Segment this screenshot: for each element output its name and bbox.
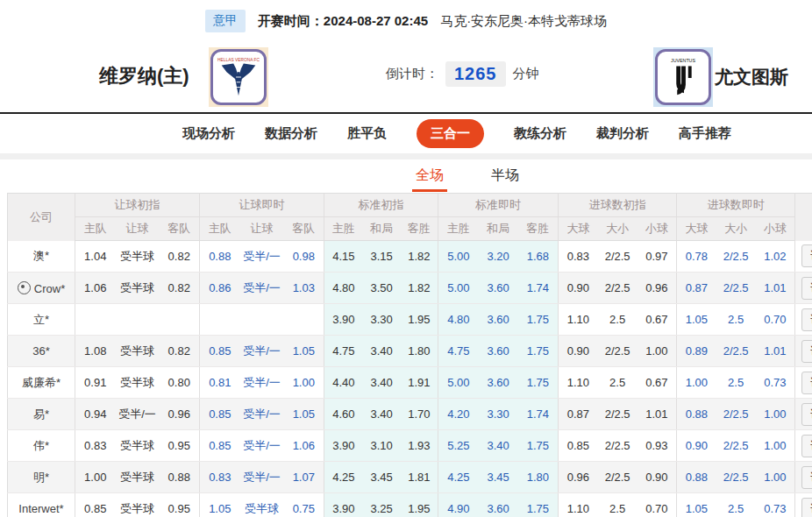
nav-tab-4[interactable]: 教练分析 <box>514 125 566 142</box>
company-name: Crow* <box>8 273 75 304</box>
odds-cell: 5.00 <box>438 273 479 304</box>
detail-button[interactable]: 详 <box>801 435 812 457</box>
verona-crest-text: HELLAS VERONA FC <box>217 58 260 62</box>
detail-cell: 详 <box>795 367 812 399</box>
group-header-0: 让球初指 <box>75 194 200 217</box>
odds-cell: 0.70 <box>756 304 795 336</box>
sub-header-5-1: 大小 <box>716 217 756 241</box>
divider-band <box>0 153 812 159</box>
sub-header-5-2: 小球 <box>756 217 795 241</box>
detail-button[interactable]: 详 <box>801 372 812 394</box>
odds-cell: 0.83 <box>75 430 116 462</box>
odds-row-1: Crow*1.06受半球0.820.86受半/一1.034.803.501.82… <box>8 273 812 304</box>
home-team-logo: HELLAS VERONA FC <box>209 47 268 107</box>
detail-button[interactable]: 详 <box>801 340 812 363</box>
odds-row-8: Interwet*0.85受半球0.951.05受半球0.753.903.251… <box>8 493 812 517</box>
period-tab-1[interactable]: 半场 <box>488 159 523 192</box>
odds-cell <box>200 304 240 336</box>
odds-cell: 1.81 <box>401 462 438 493</box>
detail-button[interactable]: 详 <box>801 277 812 300</box>
odds-cell: 2.5 <box>716 493 756 517</box>
odds-cell <box>75 304 116 336</box>
detail-button[interactable]: 详 <box>801 466 812 489</box>
company-name: 易* <box>8 399 75 430</box>
odds-cell: 4.40 <box>324 367 363 399</box>
odds-cell: 0.96 <box>160 399 200 430</box>
odds-cell: 3.45 <box>363 462 401 493</box>
odds-cell: 4.75 <box>438 336 479 367</box>
odds-cell: 1.70 <box>401 399 438 430</box>
odds-cell: 1.00 <box>756 399 795 430</box>
sub-header-3-1: 和局 <box>479 217 518 241</box>
odds-cell: 1.80 <box>518 462 559 493</box>
odds-cell: 0.83 <box>200 462 240 493</box>
detail-cell: 详 <box>795 336 812 367</box>
detail-button[interactable]: 详 <box>801 498 812 517</box>
company-name: 威廉希* <box>8 367 75 399</box>
away-team-name: 尤文图斯 <box>715 65 788 89</box>
odds-cell: 2.5 <box>716 367 756 399</box>
nav-tab-1[interactable]: 数据分析 <box>265 125 317 142</box>
odds-cell: 2/2.5 <box>716 336 756 367</box>
odds-cell: 3.90 <box>324 430 363 462</box>
detail-button[interactable]: 详 <box>801 403 812 426</box>
odds-cell: 2.5 <box>598 304 637 336</box>
nav-tab-6[interactable]: 高手推荐 <box>679 125 731 142</box>
nav-tab-5[interactable]: 裁判分析 <box>596 125 649 142</box>
odds-cell: 3.60 <box>479 493 518 517</box>
odds-row-6: 伟*0.83受半球0.950.85受半/一1.063.903.101.935.2… <box>8 430 812 462</box>
group-header-4: 进球数初指 <box>559 194 677 217</box>
odds-cell: 0.75 <box>284 493 324 517</box>
away-team-logo: JUVENTUS <box>653 47 713 107</box>
sub-header-3-2: 客胜 <box>518 217 559 241</box>
odds-table-body: 澳*1.04受半球0.820.88受半/一0.984.153.151.825.0… <box>8 241 812 517</box>
odds-cell: 3.60 <box>479 367 518 399</box>
countdown: 倒计时： 1265 分钟 <box>386 61 539 87</box>
group-header-3: 标准即时 <box>438 194 559 217</box>
odds-table-head: 公司让球初指让球即时标准初指标准即时进球数初指进球数即时主队让球客队主队让球客队… <box>8 194 812 241</box>
odds-cell: 1.68 <box>518 241 559 273</box>
odds-cell: 3.40 <box>363 399 401 430</box>
odds-cell: 1.95 <box>401 493 438 517</box>
countdown-value: 1265 <box>445 61 506 87</box>
odds-cell: 4.80 <box>438 304 479 336</box>
company-name: 立* <box>8 304 75 336</box>
nav-tab-3[interactable]: 三合一 <box>417 119 484 148</box>
company-name: 明* <box>8 462 75 493</box>
odds-cell: 1.00 <box>75 462 116 493</box>
nav-tab-0[interactable]: 现场分析 <box>182 125 235 142</box>
odds-cell: 0.73 <box>756 493 795 517</box>
odds-cell: 0.78 <box>677 241 716 273</box>
sub-header-0-0: 主队 <box>75 217 116 241</box>
odds-cell: 4.75 <box>324 336 363 367</box>
league-badge: 意甲 <box>205 10 246 32</box>
odds-cell: 0.85 <box>75 493 116 517</box>
odds-cell: 0.88 <box>677 462 716 493</box>
odds-table-wrap: 公司让球初指让球即时标准初指标准即时进球数初指进球数即时主队让球客队主队让球客队… <box>7 193 812 517</box>
countdown-label: 倒计时： <box>386 66 438 82</box>
odds-cell: 4.60 <box>324 399 363 430</box>
odds-cell: 1.05 <box>677 493 716 517</box>
sub-header-4-1: 大小 <box>598 217 637 241</box>
sub-header-3-0: 主胜 <box>438 217 479 241</box>
odds-cell: 0.83 <box>559 241 598 273</box>
odds-cell: 受半/一 <box>240 336 284 367</box>
odds-cell: 0.67 <box>637 304 677 336</box>
odds-cell: 5.00 <box>438 241 479 273</box>
countdown-unit: 分钟 <box>513 66 539 82</box>
company-name: 伟* <box>8 430 75 462</box>
odds-cell: 2/2.5 <box>598 430 637 462</box>
target-icon <box>18 281 31 294</box>
detail-button[interactable]: 详 <box>801 244 812 267</box>
period-tab-0[interactable]: 全场 <box>412 159 447 192</box>
odds-cell: 1.05 <box>284 399 324 430</box>
detail-cell: 详 <box>795 241 812 273</box>
nav-tab-2[interactable]: 胜平负 <box>347 125 387 142</box>
detail-cell: 详 <box>795 462 812 493</box>
detail-button[interactable]: 详 <box>801 308 812 331</box>
odds-cell: 1.06 <box>75 273 116 304</box>
odds-cell: 1.04 <box>75 241 116 273</box>
odds-cell: 2.5 <box>598 367 637 399</box>
odds-cell: 2/2.5 <box>598 273 637 304</box>
odds-cell: 3.40 <box>363 336 401 367</box>
